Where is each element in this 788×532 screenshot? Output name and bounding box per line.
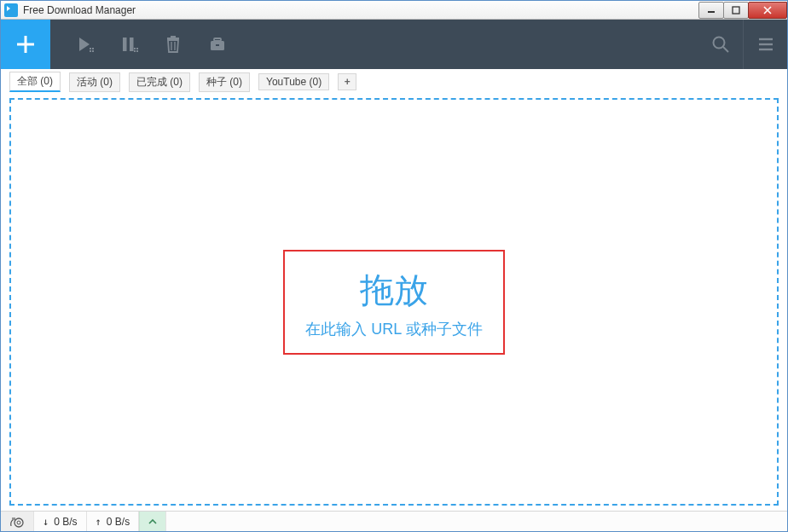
svg-marker-6	[79, 38, 90, 51]
tab-add[interactable]: +	[338, 73, 356, 90]
plus-icon	[14, 32, 38, 56]
tab-completed[interactable]: 已完成 (0)	[129, 72, 190, 92]
minimize-button[interactable]	[698, 2, 724, 19]
expand-status-button[interactable]	[139, 512, 166, 531]
close-button[interactable]	[748, 2, 787, 19]
upload-speed[interactable]: ↑ 0 B/s	[87, 512, 140, 531]
drop-zone[interactable]: 拖放 在此输入 URL 或种子文件	[9, 98, 779, 506]
tab-youtube[interactable]: YouTube (0)	[258, 73, 329, 90]
svg-rect-23	[216, 44, 219, 46]
window-title: Free Download Manager	[23, 4, 136, 16]
svg-line-25	[723, 47, 728, 52]
search-icon	[711, 35, 730, 54]
svg-rect-14	[136, 48, 138, 49]
briefcase-icon	[208, 35, 227, 54]
delete-button[interactable]	[151, 20, 195, 69]
pause-icon	[119, 34, 139, 55]
down-arrow-icon: ↓	[43, 516, 49, 528]
hamburger-icon	[756, 35, 775, 54]
title-bar: Free Download Manager	[1, 1, 787, 20]
snail-icon	[9, 516, 25, 528]
svg-point-30	[17, 521, 20, 524]
move-button[interactable]	[195, 20, 240, 69]
svg-rect-10	[92, 50, 94, 52]
speed-limit-button[interactable]	[1, 512, 34, 531]
upload-speed-value: 0 B/s	[107, 516, 130, 528]
chevron-up-icon	[148, 518, 157, 525]
add-download-button[interactable]	[1, 20, 50, 69]
svg-rect-11	[123, 38, 127, 51]
drop-title: 拖放	[305, 267, 482, 314]
toolbar	[1, 20, 787, 69]
minimize-icon	[707, 6, 716, 14]
tab-torrents[interactable]: 种子 (0)	[199, 72, 250, 92]
menu-button[interactable]	[743, 20, 787, 69]
up-arrow-icon: ↑	[96, 516, 101, 528]
svg-rect-13	[134, 48, 136, 49]
drop-box: 拖放 在此输入 URL 或种子文件	[283, 250, 504, 355]
main-area: 拖放 在此输入 URL 或种子文件	[1, 91, 787, 511]
svg-rect-1	[733, 7, 739, 14]
filter-tabs: 全部 (0) 活动 (0) 已完成 (0) 种子 (0) YouTube (0)…	[1, 69, 787, 91]
svg-rect-18	[171, 36, 176, 38]
tab-active[interactable]: 活动 (0)	[69, 72, 120, 92]
status-bar: ↓ 0 B/s ↑ 0 B/s	[1, 511, 787, 531]
maximize-icon	[732, 6, 740, 14]
tab-all[interactable]: 全部 (0)	[9, 72, 61, 92]
download-speed[interactable]: ↓ 0 B/s	[34, 512, 87, 531]
pause-button[interactable]	[107, 20, 151, 69]
svg-point-24	[714, 38, 725, 49]
start-button[interactable]	[62, 20, 107, 69]
download-speed-value: 0 B/s	[54, 516, 77, 528]
window-controls	[699, 2, 787, 19]
svg-rect-12	[130, 38, 134, 51]
svg-rect-15	[134, 50, 136, 52]
maximize-button[interactable]	[723, 2, 749, 19]
svg-point-29	[14, 518, 23, 527]
svg-rect-17	[167, 38, 179, 39]
svg-rect-9	[90, 50, 91, 52]
play-icon	[74, 34, 95, 55]
app-icon	[4, 3, 18, 17]
svg-rect-7	[90, 48, 91, 49]
search-button[interactable]	[698, 20, 743, 69]
close-icon	[762, 6, 773, 14]
trash-icon	[164, 35, 183, 54]
svg-rect-16	[136, 50, 138, 52]
svg-rect-8	[92, 48, 94, 49]
svg-rect-22	[214, 38, 221, 41]
drop-subtitle: 在此输入 URL 或种子文件	[305, 319, 482, 339]
